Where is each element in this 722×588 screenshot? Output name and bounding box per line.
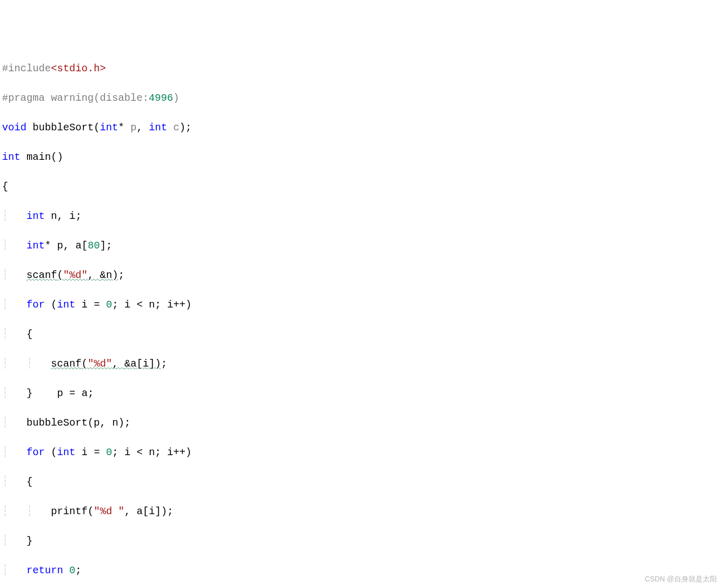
scanf-call: scanf("%d", &a[i]) xyxy=(51,358,161,370)
code-line: ┆ for (int i = 0; i < n; i++) xyxy=(0,445,722,460)
code-line: void bubbleSort(int* p, int c); xyxy=(0,120,722,135)
op-lt: < xyxy=(136,446,143,458)
var-n: n xyxy=(149,446,155,458)
lbrace: { xyxy=(26,476,33,488)
scanf-call: scanf("%d", &n) xyxy=(26,269,118,281)
number-literal: 80 xyxy=(88,240,100,251)
rbrace: } xyxy=(26,387,33,399)
code-line: int main() xyxy=(0,150,722,164)
var-i: i xyxy=(124,446,130,458)
comma: , xyxy=(124,506,136,517)
include-path: <stdio.h> xyxy=(51,63,106,74)
var-n: n xyxy=(51,210,57,222)
var-a: a xyxy=(130,358,136,370)
string-literal: "%d" xyxy=(88,358,112,370)
code-line: ┆ bubbleSort(p, n); xyxy=(0,415,722,430)
var-n: n xyxy=(112,417,118,429)
keyword-int: int xyxy=(26,210,45,222)
code-line: ┆ } p = a; xyxy=(0,386,722,401)
code-line: { xyxy=(0,179,722,194)
keyword-void: void xyxy=(2,122,26,133)
var-i: i xyxy=(81,446,88,458)
code-line: ┆ int n, i; xyxy=(0,209,722,223)
printf-call: printf xyxy=(51,506,88,517)
op-eq: = xyxy=(94,299,100,311)
code-line: ┆ int* p, a[80]; xyxy=(0,238,722,253)
var-i: i xyxy=(81,299,88,311)
keyword-return: return xyxy=(26,565,63,576)
var-i: i xyxy=(124,299,130,311)
number-literal: 0 xyxy=(69,565,75,576)
code-line: ┆ { xyxy=(0,474,722,489)
colon: : xyxy=(143,92,149,104)
function-name: bubbleSort xyxy=(33,122,94,133)
number-literal: 0 xyxy=(106,299,112,311)
var-i: i xyxy=(143,358,149,370)
code-line: ┆ ┆ scanf("%d", &a[i]); xyxy=(0,356,722,371)
code-line: ┆ } xyxy=(0,534,722,548)
string-literal: "%d" xyxy=(63,269,88,281)
code-line: #include<stdio.h> xyxy=(0,61,722,76)
ampersand: & xyxy=(124,358,130,370)
op-inc: ++ xyxy=(173,446,185,458)
var-i: i xyxy=(167,446,173,458)
op-lt: < xyxy=(136,299,143,311)
op-inc: ++ xyxy=(173,299,185,311)
pragma: #pragma warning( xyxy=(2,92,100,104)
var-p: p xyxy=(57,387,63,399)
var-i: i xyxy=(69,210,75,222)
comma: , xyxy=(100,417,112,429)
code-line: #pragma warning(disable:4996) xyxy=(0,91,722,105)
param-c: c xyxy=(173,122,179,133)
number-literal: 4996 xyxy=(149,92,173,104)
string-literal: "%d " xyxy=(94,506,124,517)
ampersand: & xyxy=(100,269,106,281)
keyword-int: int xyxy=(26,240,45,251)
var-n: n xyxy=(149,299,155,311)
op-eq: = xyxy=(94,446,100,458)
param-p: p xyxy=(130,122,136,133)
code-line: ┆ return 0; xyxy=(0,563,722,578)
keyword-int: int xyxy=(100,122,118,133)
var-p: p xyxy=(57,240,63,251)
op-eq: = xyxy=(69,387,75,399)
rbrace: } xyxy=(26,535,33,547)
pointer-star: * xyxy=(45,240,51,251)
keyword-int: int xyxy=(57,299,75,311)
comma: , xyxy=(136,122,149,133)
var-a: a xyxy=(136,506,143,517)
rparen: ) xyxy=(173,92,179,104)
keyword-for: for xyxy=(26,299,45,311)
var-i: i xyxy=(149,506,155,517)
comma: , xyxy=(57,210,69,222)
pragma-disable: disable xyxy=(100,92,143,104)
pointer-star: * xyxy=(118,122,124,133)
var-n: n xyxy=(106,269,112,281)
function-main: main xyxy=(26,151,51,163)
var-p: p xyxy=(94,417,100,429)
code-line: ┆ for (int i = 0; i < n; i++) xyxy=(0,297,722,312)
keyword-int: int xyxy=(2,151,20,163)
keyword-int: int xyxy=(149,122,167,133)
number-literal: 0 xyxy=(106,446,112,458)
lbrace: { xyxy=(26,328,33,340)
comma: , xyxy=(63,240,75,251)
code-line: ┆ scanf("%d", &n); xyxy=(0,268,722,283)
code-line: ┆ { xyxy=(0,327,722,342)
lbrace: { xyxy=(2,181,8,192)
keyword-for: for xyxy=(26,446,45,458)
preprocessor: #include xyxy=(2,63,51,74)
var-a: a xyxy=(81,387,88,399)
code-line: ┆ ┆ printf("%d ", a[i]); xyxy=(0,504,722,519)
var-i: i xyxy=(167,299,173,311)
keyword-int: int xyxy=(57,446,75,458)
var-a: a xyxy=(75,240,81,251)
function-call: bubbleSort xyxy=(26,417,88,429)
